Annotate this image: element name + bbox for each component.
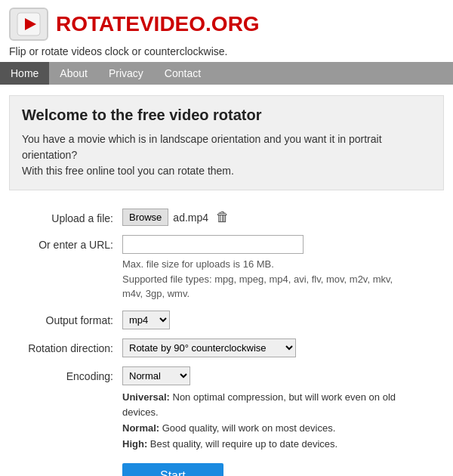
logo-icon — [9, 8, 48, 41]
rotation-row: Rotation direction: Rotate by 90° counte… — [9, 338, 444, 357]
encoding-normal-label: Normal: — [122, 422, 159, 434]
upload-label: Upload a file: — [9, 209, 122, 224]
url-content: Max. file size for uploads is 16 MB. Sup… — [122, 235, 409, 301]
encoding-info: Universal: Non optimal compression, but … — [122, 390, 409, 453]
file-info: Max. file size for uploads is 16 MB. Sup… — [122, 257, 409, 301]
rotation-select[interactable]: Rotate by 90° counterclockwise Rotate by… — [122, 338, 296, 357]
encoding-high-label: High: — [122, 438, 147, 450]
nav-item-about[interactable]: About — [49, 62, 98, 85]
rotation-content: Rotate by 90° counterclockwise Rotate by… — [122, 338, 296, 357]
output-format-row: Output format: mp4 avi mov mkv flv wmv m… — [9, 311, 444, 329]
file-info-line1: Max. file size for uploads is 16 MB. — [122, 258, 274, 270]
welcome-line2: With this free online tool you can rotat… — [22, 165, 234, 177]
welcome-text: You have a movie which is in landscape o… — [22, 131, 431, 179]
logo-text: ROTATEVIDEO.ORG — [56, 12, 260, 36]
url-input[interactable] — [122, 235, 304, 254]
welcome-box: Welcome to the free video rotator You ha… — [9, 95, 444, 190]
welcome-line1: You have a movie which is in landscape o… — [22, 133, 382, 161]
rotation-label: Rotation direction: — [9, 338, 122, 354]
nav-item-privacy[interactable]: Privacy — [98, 62, 154, 85]
nav-bar: Home About Privacy Contact — [0, 62, 453, 85]
encoding-normal-desc: Good quality, will work on most devices. — [159, 422, 335, 434]
upload-row: Upload a file: Browse ad.mp4 🗑 — [9, 209, 444, 226]
nav-item-home[interactable]: Home — [0, 62, 49, 85]
encoding-universal-label: Universal: — [122, 391, 170, 403]
browse-button[interactable]: Browse — [122, 209, 168, 226]
filename: ad.mp4 — [173, 212, 208, 224]
encoding-row: Encoding: Normal Universal High Universa… — [9, 366, 444, 453]
file-info-line2: Supported file types: mpg, mpeg, mp4, av… — [122, 274, 393, 300]
upload-content: Browse ad.mp4 🗑 — [122, 209, 230, 226]
output-format-label: Output format: — [9, 311, 122, 326]
url-row: Or enter a URL: Max. file size for uploa… — [9, 235, 444, 301]
welcome-title: Welcome to the free video rotator — [22, 107, 431, 124]
encoding-high-desc: Best quality, will require up to date de… — [147, 438, 337, 450]
nav-item-contact[interactable]: Contact — [154, 62, 211, 85]
header: ROTATEVIDEO.ORG — [0, 0, 453, 45]
url-label: Or enter a URL: — [9, 235, 122, 251]
encoding-content: Normal Universal High Universal: Non opt… — [122, 366, 409, 453]
form-area: Upload a file: Browse ad.mp4 🗑 Or enter … — [0, 201, 453, 476]
encoding-select[interactable]: Normal Universal High — [122, 366, 190, 385]
trash-icon[interactable]: 🗑 — [216, 209, 230, 225]
start-button[interactable]: Start — [122, 463, 223, 476]
start-btn-row: Start — [9, 463, 444, 476]
encoding-label: Encoding: — [9, 366, 122, 382]
tagline: Flip or rotate videos clock or countercl… — [0, 45, 453, 62]
output-format-select[interactable]: mp4 avi mov mkv flv wmv mpeg — [122, 311, 170, 329]
output-format-content: mp4 avi mov mkv flv wmv mpeg — [122, 311, 170, 329]
